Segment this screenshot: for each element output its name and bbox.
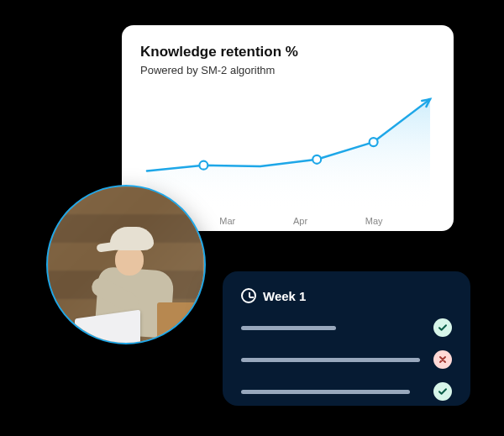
week-card: Week 1 bbox=[223, 271, 470, 406]
week-progress-bar bbox=[241, 358, 420, 362]
avatar bbox=[46, 185, 206, 344]
chart-plot bbox=[140, 85, 437, 211]
x-tick: Apr bbox=[293, 216, 307, 226]
svg-point-2 bbox=[370, 138, 378, 146]
check-icon bbox=[433, 382, 452, 401]
week-row bbox=[241, 382, 452, 401]
svg-point-0 bbox=[199, 161, 207, 170]
close-icon bbox=[433, 350, 452, 369]
svg-point-1 bbox=[312, 155, 321, 164]
week-progress-bar bbox=[241, 326, 336, 330]
week-row bbox=[241, 350, 452, 369]
week-header: Week 1 bbox=[241, 288, 452, 303]
x-tick: May bbox=[365, 216, 383, 226]
clock-icon bbox=[241, 288, 256, 303]
week-row bbox=[241, 318, 452, 337]
chart-title: Knowledge retention % bbox=[140, 44, 437, 60]
chart-subtitle: Powered by SM-2 algorithm bbox=[140, 64, 437, 76]
week-rows bbox=[241, 318, 452, 401]
check-icon bbox=[433, 318, 452, 337]
x-tick: Mar bbox=[219, 216, 235, 226]
week-progress-bar bbox=[241, 390, 410, 394]
week-title: Week 1 bbox=[263, 289, 306, 303]
